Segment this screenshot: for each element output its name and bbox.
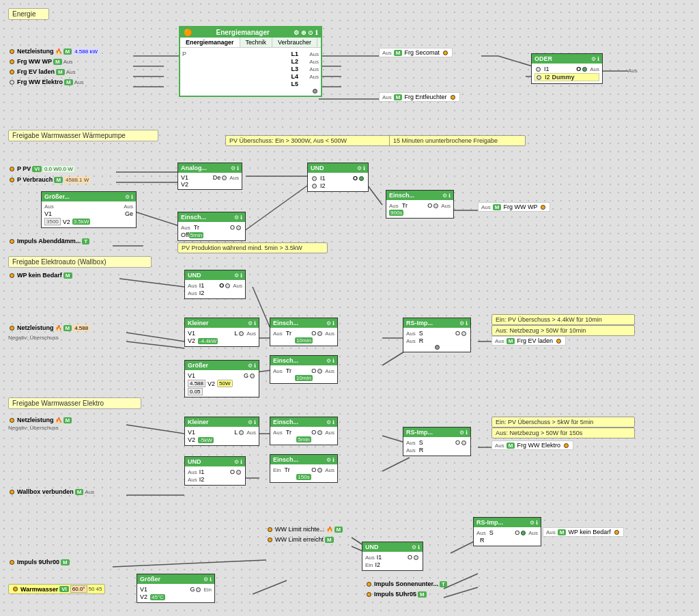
svg-line-34: [126, 425, 184, 434]
p-verbrauch-label: P Verbrauch: [17, 176, 53, 183]
rs-imp-ev-body: Aus S O Aus R: [403, 328, 470, 352]
groesser-body: Aus Aus V1 Ge 3500 V2 3.5kW: [42, 201, 136, 227]
groesser-block: Größer... ⚙ ℹ Aus Aus V1 Ge 3500 V2 3.5k…: [41, 191, 137, 228]
impuls-9uhr-badge: M: [61, 559, 70, 565]
groesser-v2-val: 3.5kW: [72, 219, 91, 225]
oder-o-port: [582, 67, 587, 72]
einsch-900s-aus-row: Aus Tr O Aus: [389, 202, 451, 209]
kleiner-ww-body: V1 L Aus V2 -5kW: [185, 427, 259, 445]
kleiner-ww-block: Kleiner ⚙ ℹ V1 L Aus V2 -5kW: [184, 417, 259, 446]
groesser-ev-val-row: 0.05: [188, 388, 256, 395]
frg-ww-elektro-port: [10, 80, 14, 85]
wp-kein-bedarf-right-label: WP kein Bedarf: [568, 529, 610, 535]
einsch-10min-2-tr-row: Aus Tr O Aus: [273, 367, 334, 374]
rs-imp-bottom-o-port: [521, 531, 526, 535]
dummy-label: Dummy: [552, 74, 575, 81]
netzleistung-ev-block: Netzleistung 🔥 M 4.588: [8, 324, 89, 331]
einsch-10min-2-val-row: 10min: [273, 375, 334, 381]
und-ww-header: UND ⚙ ℹ: [185, 457, 245, 466]
und-2-i1-port: [312, 176, 317, 181]
frg-ww-elektro-right-label: Frg WW Elektro: [517, 442, 560, 449]
oder-i2-row: I2 Dummy: [534, 73, 599, 81]
groesser-ww-v2-val: 45°C: [150, 594, 165, 600]
einsch-5min-ww-header: Einsch... ⚙ ℹ: [270, 417, 337, 427]
wallbox-badge: M: [75, 489, 84, 495]
ww-limit-erreicht-block: WW Limit erreicht M: [266, 536, 334, 543]
und-bottom-aus-row: Aus I1 O: [365, 554, 420, 561]
rs-imp-bottom-s-row: Aus S O Aus: [476, 529, 538, 536]
rs-imp-ev-block: RS-Imp... ⚙ ℹ Aus S O Aus R: [403, 318, 471, 352]
frg-ev-laden-left: Frg EV laden M Aus: [8, 68, 75, 75]
ein-pv-44kw-label: Ein: PV Überschuss > 4.4kW für 10min: [491, 314, 635, 325]
frg-ww-elektro-right-badge: M: [507, 443, 515, 449]
rs-imp-ww-o-port: [461, 440, 466, 445]
groesser-ev-header: Größer ⚙ ℹ: [185, 361, 259, 370]
rs-imp-ev-r-row: Aus R: [406, 337, 468, 344]
kleiner-ev-header: Kleiner ⚙ ℹ: [185, 318, 259, 328]
und-2-header: UND ⚙ ℹ: [308, 163, 368, 173]
impuls-9uhr-label: Impuls 9Uhr00: [17, 559, 59, 565]
einsch-5min-body: Aus Tr O Off 5min: [178, 222, 245, 240]
em-title: Energiemanager: [216, 29, 270, 36]
groesser-ev-body: V1 G 4.588 V2 50W 0.05: [185, 370, 259, 397]
warmwasser-block: Warmwasser VI 60.0° 50 45: [8, 584, 105, 594]
frg-entfeuchter-m-badge: M: [394, 94, 403, 100]
em-tab-technik[interactable]: Technik: [240, 38, 273, 47]
oder-body: I1 O Aus I2 Dummy: [532, 64, 602, 83]
einsch-5min-block: Einsch... ⚙ ℹ Aus Tr O Off 5min: [177, 212, 246, 241]
groesser-ww-v1-row: V1 G Ein: [140, 586, 212, 593]
ww-limit-nicht-block: WW Limit nichte... 🔥 M: [266, 526, 343, 533]
frg-ww-wp-left: Frg WW WP M Aus: [8, 58, 72, 65]
em-tab-verbraucher[interactable]: Verbraucher: [272, 38, 317, 47]
oder-controls[interactable]: ⚙ ℹ: [591, 56, 599, 62]
einsch-150s-header: Einsch... ⚙ ℹ: [270, 455, 337, 464]
einsch-900s-val-row: 900s: [389, 210, 451, 216]
svg-line-45: [253, 580, 287, 594]
frg-secomat-m-badge: M: [394, 50, 403, 56]
p-pv-value: 0.0 W0.0 W: [43, 166, 74, 172]
wp-kein-bedarf-right: Aus M WP kein Bedarf: [543, 527, 624, 537]
einsch-5min-ww-o-port: [317, 430, 322, 435]
frg-ww-wp-badge: M: [53, 59, 62, 65]
analog-title: Analog...: [181, 165, 207, 171]
em-tab-energiemanager[interactable]: Energiemanager: [180, 38, 240, 47]
analog-block: Analog... ⚙ ℹ V1 De Aus V2: [177, 163, 242, 190]
oder-i2-port: [537, 75, 541, 80]
einsch-5min-header: Einsch... ⚙ ℹ: [178, 212, 245, 222]
em-controls[interactable]: ⚙ ⊕ ⊙ ℹ: [294, 29, 317, 36]
netzleistung-block: Netzleistung 🔥 M 4.588 kW: [8, 48, 99, 55]
wp-kein-bedarf-badge: M: [63, 272, 72, 279]
em-bottom-port: [182, 89, 319, 94]
einsch-900s-header: Einsch... ⚙ ℹ: [386, 191, 453, 200]
netzleistung-ww-port: [10, 418, 14, 423]
warmwasser-50: 50: [89, 586, 95, 592]
rs-imp-ww-header: RS-Imp... ⚙ ℹ: [403, 428, 470, 437]
frg-ev-label: Frg EV laden: [17, 68, 55, 75]
em-row-l4: L4 Aus: [182, 73, 319, 80]
und-bottom-header: UND ⚙ ℹ: [362, 542, 423, 552]
einsch-5min-ww-body: Aus Tr O Aus 5min: [270, 427, 337, 445]
einsch-900s-body: Aus Tr O Aus 900s: [386, 200, 453, 218]
impuls-5uhr05-label: Impuls 5Uhr05: [374, 591, 416, 598]
groesser-title: Größer...: [44, 193, 70, 200]
kleiner-ev-v1-row: V1 L Aus: [188, 330, 256, 337]
und-3-o-port: [225, 283, 230, 288]
und-bottom-ein-row: Ein I2: [365, 561, 420, 568]
und-ww-i2-row: Aus I2: [188, 476, 242, 483]
impuls-sonnenunter-badge: T: [440, 581, 447, 587]
warmwasser-45: 45: [96, 586, 102, 592]
frg-ev-laden-right: Aus M Frg EV laden: [491, 336, 566, 346]
und-block-2: UND ⚙ ℹ I1 O I2: [307, 163, 369, 192]
em-row-l5: L5: [182, 81, 319, 87]
kleiner-ev-v2-val: -4.4kW: [198, 338, 218, 344]
frg-ev-port: [10, 70, 14, 74]
oder-i1-port: [536, 67, 541, 72]
frg-ww-elektro-left: Frg WW Elektro M Aus: [8, 79, 83, 85]
und-bottom-body: Aus I1 O Ein I2: [362, 552, 423, 570]
main-canvas: Energie Netzleistung 🔥 M 4.588 kW Frg WW…: [0, 0, 699, 616]
pv-produktion-label: PV Produktion während mind. 5min > 3.5kW: [177, 242, 328, 253]
frg-ev-laden-right-badge: M: [507, 338, 515, 344]
analog-header: Analog... ⚙ ℹ: [178, 163, 242, 173]
oder-block: ODER ⚙ ℹ I1 O Aus I2 Dummy: [531, 53, 603, 84]
frg-secomat-label: Frg Secomat: [404, 49, 440, 56]
